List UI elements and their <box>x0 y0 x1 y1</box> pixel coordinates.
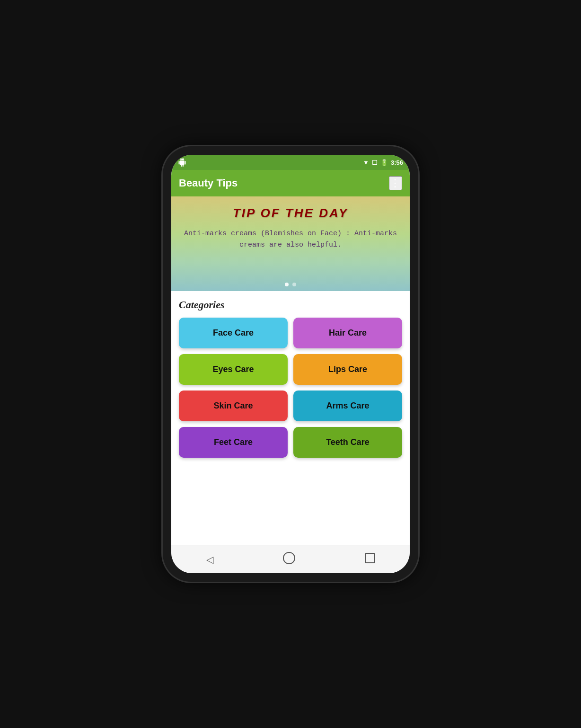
back-icon: ◁ <box>206 554 213 565</box>
time-display: 3:56 <box>391 159 403 166</box>
teeth-care-button[interactable]: Teeth Care <box>293 427 402 458</box>
categories-grid: Face Care Hair Care Eyes Care Lips Care … <box>179 318 402 458</box>
device-frame: ▼ ☐ 🔋 3:56 Beauty Tips ⋮ TIP OF THE DAY … <box>163 146 418 582</box>
wifi-icon: ▼ <box>363 159 369 166</box>
face-care-button[interactable]: Face Care <box>179 318 288 348</box>
status-left <box>178 158 186 167</box>
home-button[interactable] <box>279 548 299 570</box>
home-icon <box>283 552 295 564</box>
recents-button[interactable] <box>361 549 379 569</box>
eyes-care-button[interactable]: Eyes Care <box>179 354 288 385</box>
app-title: Beauty Tips <box>179 177 238 189</box>
more-menu-button[interactable]: ⋮ <box>389 176 402 190</box>
carousel-dots <box>285 283 296 286</box>
tip-text: Anti-marks creams (Blemishes on Face) : … <box>181 228 400 251</box>
categories-section: Categories Face Care Hair Care Eyes Care… <box>171 291 410 545</box>
skin-care-button[interactable]: Skin Care <box>179 391 288 421</box>
tip-banner: TIP OF THE DAY Anti-marks creams (Blemis… <box>171 196 410 291</box>
dot-1 <box>285 283 289 286</box>
device-screen: ▼ ☐ 🔋 3:56 Beauty Tips ⋮ TIP OF THE DAY … <box>171 155 410 573</box>
recents-icon <box>365 553 375 563</box>
status-bar: ▼ ☐ 🔋 3:56 <box>171 155 410 170</box>
app-bar: Beauty Tips ⋮ <box>171 170 410 196</box>
feet-care-button[interactable]: Feet Care <box>179 427 288 458</box>
arms-care-button[interactable]: Arms Care <box>293 391 402 421</box>
categories-title: Categories <box>179 299 402 311</box>
battery-icon: 🔋 <box>380 159 388 166</box>
status-icons: ▼ ☐ 🔋 3:56 <box>363 159 403 166</box>
lips-care-button[interactable]: Lips Care <box>293 354 402 385</box>
back-button[interactable]: ◁ <box>202 550 217 569</box>
hair-care-button[interactable]: Hair Care <box>293 318 402 348</box>
android-icon <box>178 158 186 167</box>
dot-2 <box>292 283 296 286</box>
nav-bar: ◁ <box>171 545 410 573</box>
tip-title: TIP OF THE DAY <box>233 206 348 221</box>
signal-icon: ☐ <box>372 159 378 166</box>
